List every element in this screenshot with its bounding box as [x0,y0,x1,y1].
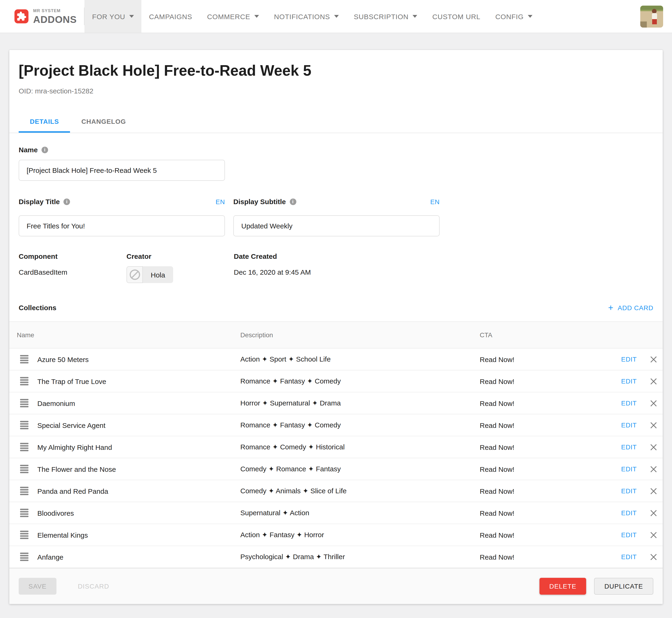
edit-button[interactable]: EDIT [621,392,650,414]
drag-handle-icon[interactable] [20,421,28,429]
discard-button[interactable]: DISCARD [68,578,119,595]
remove-button[interactable] [650,480,663,502]
collection-description: Comedy ✦ Animals ✦ Slice of Life [240,480,480,502]
drag-handle-icon[interactable] [20,552,28,561]
remove-button[interactable] [650,436,663,458]
collection-name: Bloodivores [37,509,74,517]
creator-name: Hola [143,266,173,283]
drag-handle-icon[interactable] [20,465,28,473]
language-badge: EN [216,198,225,206]
nav-item-commerce[interactable]: COMMERCE [200,0,267,33]
language-badge: EN [430,198,440,206]
close-icon [650,422,657,429]
edit-button[interactable]: EDIT [621,370,650,392]
collection-cta: Read Now! [480,480,621,502]
column-header-cta: CTA [480,322,621,348]
add-card-button[interactable]: + ADD CARD [608,304,653,312]
brand-system-name: MR SYSTEM [33,9,77,13]
remove-button[interactable] [650,414,663,436]
collection-description: Action ✦ Sport ✦ School Life [240,348,480,370]
table-row: Panda and Red PandaComedy ✦ Animals ✦ Sl… [9,480,663,502]
collection-name: Anfange [37,553,63,561]
collection-cta: Read Now! [480,546,621,568]
table-row: Elemental KingsAction ✦ Fantasy ✦ Horror… [9,524,663,546]
collection-name: Daemonium [37,399,75,407]
section-oid: OID: mra-section-15282 [19,87,653,95]
nav-item-subscription[interactable]: SUBSCRIPTION [346,0,425,33]
name-input[interactable] [19,160,225,181]
collection-description: Romance ✦ Comedy ✦ Historical [240,436,480,458]
display-title-input[interactable] [19,215,225,236]
info-icon[interactable]: i [290,199,296,205]
remove-button[interactable] [650,370,663,392]
drag-handle-icon[interactable] [20,377,28,385]
date-created-label: Date Created [234,252,311,261]
table-row: DaemoniumHorror ✦ Supernatural ✦ DramaRe… [9,392,663,414]
table-row: Special Service AgentRomance ✦ Fantasy ✦… [9,414,663,436]
chevron-down-icon [254,15,259,18]
brand-logo[interactable]: MR SYSTEM ADDONS [14,0,77,33]
edit-button[interactable]: EDIT [621,414,650,436]
date-created-value: Dec 16, 2020 at 9:45 AM [234,268,311,277]
info-icon[interactable]: i [63,199,70,205]
creator-label: Creator [126,252,234,261]
close-icon [650,356,657,363]
edit-button[interactable]: EDIT [621,348,650,370]
tab-details[interactable]: DETAILS [19,110,70,133]
nav-item-campaigns[interactable]: CAMPAIGNS [142,0,200,33]
edit-button[interactable]: EDIT [621,524,650,546]
collections-title: Collections [19,304,56,312]
drag-handle-icon[interactable] [20,443,28,451]
nav-item-config[interactable]: CONFIG [488,0,540,33]
display-subtitle-label: Display Subtitle i [233,198,296,206]
user-avatar[interactable] [640,6,663,27]
drag-handle-icon[interactable] [20,509,28,517]
table-header-row: Name Description CTA [9,322,663,348]
edit-button[interactable]: EDIT [621,502,650,524]
table-row: The Trap of True LoveRomance ✦ Fantasy ✦… [9,370,663,392]
collection-name: Elemental Kings [37,531,88,539]
delete-button[interactable]: DELETE [539,578,586,595]
remove-button[interactable] [650,524,663,546]
collection-description: Psychological ✦ Drama ✦ Thriller [240,546,480,568]
save-button[interactable]: SAVE [19,578,56,595]
brand-app-name: ADDONS [33,14,77,24]
edit-button[interactable]: EDIT [621,546,650,568]
table-row: My Almighty Right HandRomance ✦ Comedy ✦… [9,436,663,458]
blocked-avatar-icon [126,266,143,283]
remove-button[interactable] [650,458,663,480]
table-row: BloodivoresSupernatural ✦ ActionRead Now… [9,502,663,524]
remove-button[interactable] [650,502,663,524]
drag-handle-icon[interactable] [20,355,28,364]
drag-handle-icon[interactable] [20,399,28,407]
collection-cta: Read Now! [480,458,621,480]
close-icon [650,488,657,495]
remove-button[interactable] [650,546,663,568]
page-title: [Project Black Hole] Free-to-Read Week 5 [19,50,653,80]
collection-description: Action ✦ Fantasy ✦ Horror [240,524,480,546]
nav-item-custom-url[interactable]: CUSTOM URL [425,0,488,33]
collections-table-body: Azure 50 MetersAction ✦ Sport ✦ School L… [9,348,663,568]
edit-button[interactable]: EDIT [621,480,650,502]
collection-description: Romance ✦ Fantasy ✦ Comedy [240,414,480,436]
remove-button[interactable] [650,392,663,414]
collection-name: Panda and Red Panda [37,487,108,495]
nav-item-for-you[interactable]: FOR YOU [85,0,142,33]
edit-button[interactable]: EDIT [621,436,650,458]
drag-handle-icon[interactable] [20,531,28,539]
collection-cta: Read Now! [480,370,621,392]
drag-handle-icon[interactable] [20,487,28,495]
remove-button[interactable] [650,348,663,370]
duplicate-button[interactable]: DUPLICATE [594,578,653,595]
collection-name: Azure 50 Meters [37,355,89,363]
collection-description: Horror ✦ Supernatural ✦ Drama [240,392,480,414]
info-icon[interactable]: i [41,147,48,153]
close-icon [650,378,657,385]
collection-cta: Read Now! [480,392,621,414]
close-icon [650,531,657,538]
nav-item-notifications[interactable]: NOTIFICATIONS [266,0,346,33]
top-navigation: MR SYSTEM ADDONS FOR YOU CAMPAIGNS COMME… [0,0,672,33]
edit-button[interactable]: EDIT [621,458,650,480]
display-subtitle-input[interactable] [233,215,440,236]
tab-changelog[interactable]: CHANGELOG [70,110,137,133]
